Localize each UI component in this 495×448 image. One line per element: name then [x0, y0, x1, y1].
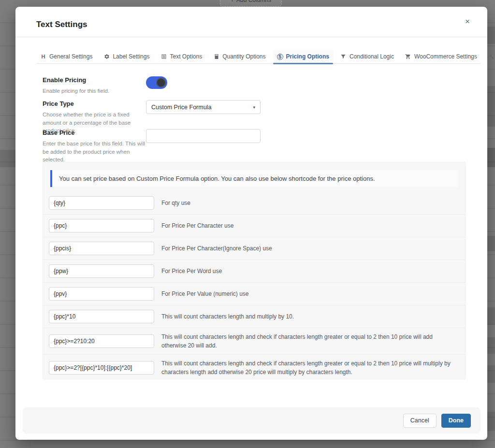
shortcode-description: This will count characters length and mu…: [161, 312, 303, 321]
shortcode-description: For Price Per Value (numeric) use: [161, 289, 258, 298]
background-row-highlight: [487, 365, 495, 383]
base-price-label: Base Price: [43, 129, 146, 136]
enable-pricing-description: Enable pricing for this field.: [43, 87, 146, 95]
shortcode-row: For Price Per Character use: [43, 215, 465, 237]
custom-formula-panel: You can set price based on Custom Price …: [43, 162, 466, 379]
shortcode-description: For Price Per Word use: [161, 267, 231, 275]
tab-conditional-logic[interactable]: Conditional Logic: [336, 50, 398, 63]
background-row-highlight: [487, 148, 495, 167]
tab-pricing-options[interactable]: $ Pricing Options: [273, 50, 333, 63]
shortcode-row: For Price Per Value (numeric) use: [43, 283, 465, 305]
tab-label: General Settings: [49, 53, 92, 60]
modal-title: Text Settings: [36, 20, 87, 29]
field-base-price: Base Price Enter the base price for this…: [43, 129, 468, 164]
tab-field-container-settings[interactable]: Field Container Settings: [484, 50, 495, 63]
text-lines-icon: [160, 54, 167, 60]
price-type-select[interactable]: Custom Price Formula ▾: [146, 100, 261, 114]
shortcode-row: For qty use: [43, 192, 465, 215]
background-row-highlight: [487, 307, 495, 325]
shortcode-row: This will count characters length and ch…: [43, 328, 465, 355]
background-row-highlight: [487, 86, 495, 127]
modal-footer: Cancel Done: [23, 407, 480, 434]
shortcode-description: This will count characters length and ch…: [161, 332, 459, 350]
tab-label-settings[interactable]: Label Settings: [100, 50, 153, 63]
tab-label: Text Options: [170, 53, 202, 60]
background-row-highlight: [0, 150, 15, 167]
plus-icon: +: [231, 0, 234, 3]
shortcode-input[interactable]: [49, 287, 154, 301]
settings-tabs: H General Settings Label Settings Text O…: [36, 50, 481, 64]
text-settings-modal: Text Settings × H General Settings Label…: [15, 7, 487, 440]
toggle-knob: [156, 78, 166, 87]
shortcode-input[interactable]: [49, 361, 154, 375]
shortcode-description: For qty use: [161, 199, 199, 207]
cart-icon: [405, 54, 411, 60]
add-columns-button[interactable]: + Add Columns: [220, 0, 282, 7]
shortcode-input[interactable]: [49, 219, 154, 232]
shortcode-input[interactable]: [49, 334, 154, 348]
shortcode-list: For qty use For Price Per Character use …: [43, 192, 465, 381]
shortcode-description: For Price Per Character use: [161, 221, 242, 230]
gear-icon: [103, 54, 110, 60]
tab-text-options[interactable]: Text Options: [157, 50, 206, 63]
heading-icon: H: [40, 54, 46, 60]
enable-pricing-toggle[interactable]: [146, 76, 167, 89]
shortcode-description: This will count characters length and ch…: [161, 359, 459, 376]
tab-label: Pricing Options: [286, 53, 329, 60]
tab-label: Conditional Logic: [349, 53, 394, 60]
shortcode-input[interactable]: [49, 264, 154, 278]
tab-label: Quantity Options: [222, 53, 265, 60]
close-icon[interactable]: ×: [465, 17, 470, 26]
tab-label: Label Settings: [113, 53, 149, 60]
shortcode-description: For Price Per Character(Ignore Space) us…: [161, 244, 281, 253]
background-row-highlight: [487, 337, 495, 354]
field-enable-pricing: Enable Pricing Enable pricing for this f…: [43, 76, 468, 95]
price-type-label: Price Type: [43, 100, 146, 107]
shortcode-input[interactable]: [49, 242, 154, 255]
shortcode-input[interactable]: [49, 310, 154, 323]
tool-icon: [488, 54, 495, 60]
formula-info-note: You can set price based on Custom Price …: [50, 170, 458, 187]
dollar-circle-icon: $: [277, 54, 283, 60]
tab-quantity-options[interactable]: Quantity Options: [209, 50, 269, 63]
base-price-input[interactable]: [146, 129, 261, 143]
background-row-highlight: [487, 236, 495, 251]
price-type-selected-value: Custom Price Formula: [151, 104, 253, 111]
shortcode-input[interactable]: [49, 196, 154, 210]
tab-label: WooCommerce Settings: [414, 53, 477, 60]
shortcode-row: This will count characters length and ch…: [43, 355, 465, 381]
shortcode-row: For Price Per Character(Ignore Space) us…: [43, 237, 465, 260]
add-columns-label: Add Columns: [236, 0, 271, 3]
chevron-down-icon: ▾: [253, 105, 255, 110]
tab-woocommerce-settings[interactable]: WooCommerce Settings: [401, 50, 481, 63]
calculator-icon: [213, 54, 219, 60]
shortcode-row: This will count characters length and mu…: [43, 305, 465, 328]
cancel-button[interactable]: Cancel: [403, 414, 437, 428]
shortcode-row: For Price Per Word use: [43, 260, 465, 283]
modal-header: Text Settings ×: [15, 7, 487, 37]
tab-general-settings[interactable]: H General Settings: [36, 50, 96, 63]
enable-pricing-label: Enable Pricing: [43, 76, 146, 84]
funnel-icon: [340, 54, 347, 60]
base-price-description: Enter the base price for this field. Thi…: [43, 140, 146, 164]
background-row-highlight: [487, 412, 495, 431]
done-button[interactable]: Done: [441, 414, 471, 428]
background-row-highlight: [487, 27, 495, 44]
